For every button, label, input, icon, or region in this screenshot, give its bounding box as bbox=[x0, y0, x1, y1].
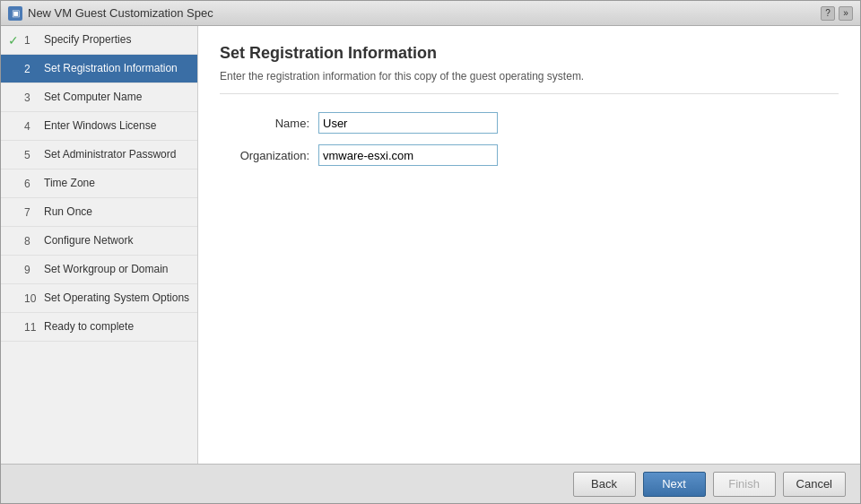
sidebar-label-6: Time Zone bbox=[44, 177, 95, 191]
content-area: Set Registration Information Enter the r… bbox=[198, 26, 860, 464]
finish-button[interactable]: Finish bbox=[713, 472, 776, 497]
check-icon-2 bbox=[6, 62, 21, 76]
next-button[interactable]: Next bbox=[643, 472, 706, 497]
cancel-button[interactable]: Cancel bbox=[783, 472, 846, 497]
sidebar-label-10: Set Operating System Options bbox=[44, 291, 189, 306]
sidebar: ✓ 1 Specify Properties 2 Set Registratio… bbox=[1, 26, 198, 464]
sidebar-label-11: Ready to complete bbox=[44, 320, 134, 335]
sidebar-item-set-operating-system-options[interactable]: 10 Set Operating System Options bbox=[1, 284, 197, 313]
step-num-9: 9 bbox=[24, 264, 40, 276]
check-icon-3 bbox=[6, 91, 21, 105]
page-subtitle: Enter the registration information for t… bbox=[220, 70, 839, 94]
step-num-8: 8 bbox=[24, 235, 40, 248]
help-button[interactable]: ? bbox=[821, 6, 835, 21]
org-label: Organization: bbox=[220, 149, 318, 162]
check-icon-10 bbox=[6, 291, 21, 306]
sidebar-item-set-administrator-password[interactable]: 5 Set Administrator Password bbox=[1, 141, 197, 169]
sidebar-label-7: Run Once bbox=[44, 205, 92, 220]
app-icon: ▣ bbox=[8, 6, 22, 21]
step-num-11: 11 bbox=[24, 321, 40, 334]
sidebar-label-2: Set Registration Information bbox=[44, 62, 178, 76]
name-label: Name: bbox=[220, 117, 318, 130]
step-num-10: 10 bbox=[24, 292, 40, 305]
sidebar-item-time-zone[interactable]: 6 Time Zone bbox=[1, 169, 197, 198]
sidebar-label-3: Set Computer Name bbox=[44, 91, 142, 105]
main-window: ▣ New VM Guest Customization Spec ? » ✓ … bbox=[0, 0, 861, 504]
check-icon-1: ✓ bbox=[6, 33, 21, 48]
step-num-6: 6 bbox=[24, 178, 40, 190]
page-title: Set Registration Information bbox=[220, 44, 839, 63]
title-bar: ▣ New VM Guest Customization Spec ? » bbox=[1, 1, 860, 26]
sidebar-item-run-once[interactable]: 7 Run Once bbox=[1, 198, 197, 227]
check-icon-11 bbox=[6, 320, 21, 335]
sidebar-label-5: Set Administrator Password bbox=[44, 148, 176, 162]
sidebar-item-set-workgroup-or-domain[interactable]: 9 Set Workgroup or Domain bbox=[1, 256, 197, 284]
step-num-5: 5 bbox=[24, 149, 40, 161]
title-bar-left: ▣ New VM Guest Customization Spec bbox=[8, 6, 213, 21]
org-row: Organization: bbox=[220, 144, 839, 166]
step-num-2: 2 bbox=[24, 63, 40, 75]
check-icon-5 bbox=[6, 148, 21, 162]
sidebar-item-specify-properties[interactable]: ✓ 1 Specify Properties bbox=[1, 26, 197, 55]
sidebar-label-1: Specify Properties bbox=[44, 33, 131, 48]
sidebar-label-9: Set Workgroup or Domain bbox=[44, 263, 169, 277]
sidebar-item-enter-windows-license[interactable]: 4 Enter Windows License bbox=[1, 112, 197, 141]
name-row: Name: bbox=[220, 112, 839, 134]
sidebar-label-8: Configure Network bbox=[44, 234, 133, 248]
check-icon-4 bbox=[6, 119, 21, 134]
check-icon-6 bbox=[6, 177, 21, 191]
step-num-1: 1 bbox=[24, 34, 40, 47]
step-num-4: 4 bbox=[24, 120, 40, 133]
check-icon-8 bbox=[6, 234, 21, 248]
title-bar-controls: ? » bbox=[821, 6, 853, 21]
check-icon-9 bbox=[6, 263, 21, 277]
sidebar-item-set-registration-information[interactable]: 2 Set Registration Information bbox=[1, 55, 197, 83]
step-num-7: 7 bbox=[24, 206, 40, 219]
sidebar-label-4: Enter Windows License bbox=[44, 119, 156, 134]
back-button[interactable]: Back bbox=[573, 472, 636, 497]
main-content: ✓ 1 Specify Properties 2 Set Registratio… bbox=[1, 26, 860, 464]
sidebar-item-ready-to-complete[interactable]: 11 Ready to complete bbox=[1, 313, 197, 342]
org-input[interactable] bbox=[318, 144, 498, 166]
name-input[interactable] bbox=[318, 112, 498, 134]
more-button[interactable]: » bbox=[839, 6, 853, 21]
check-icon-7 bbox=[6, 205, 21, 220]
step-num-3: 3 bbox=[24, 91, 40, 104]
window-title: New VM Guest Customization Spec bbox=[28, 6, 213, 20]
sidebar-item-set-computer-name[interactable]: 3 Set Computer Name bbox=[1, 83, 197, 112]
footer: Back Next Finish Cancel bbox=[1, 464, 860, 503]
sidebar-item-configure-network[interactable]: 8 Configure Network bbox=[1, 227, 197, 256]
